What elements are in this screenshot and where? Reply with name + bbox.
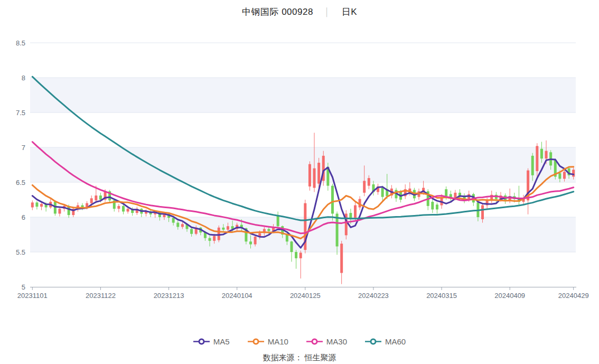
candle-body-down	[295, 252, 297, 258]
candle-body-up	[308, 164, 311, 186]
candle-body-down	[209, 238, 211, 241]
candle-body-up	[313, 169, 316, 188]
ma10-legend-marker	[248, 338, 264, 346]
candle-body-down	[172, 218, 175, 222]
candle-body-up	[340, 244, 343, 273]
candle-body-up	[563, 172, 566, 179]
x-axis-label: 20240223	[358, 292, 389, 300]
y-axis-label: 6.5	[16, 179, 25, 186]
kline-app: 中钢国际 000928│日K 8.587.576.565.55202311012…	[0, 0, 599, 364]
candle-body-down	[122, 206, 125, 212]
candle-body-down	[190, 229, 193, 234]
candle-body-up	[227, 226, 229, 230]
candle-body-down	[54, 202, 57, 213]
candle-body-down	[222, 228, 224, 230]
x-axis-label: 20240429	[558, 292, 589, 300]
y-axis-label: 6	[22, 213, 25, 221]
y-axis-label: 7	[22, 144, 25, 152]
legend-label: MA60	[385, 337, 406, 346]
y-axis-label: 7.5	[16, 109, 25, 117]
candle-body-down	[331, 186, 334, 214]
candle-body-up	[368, 178, 370, 186]
legend-item-ma5[interactable]: MA5	[193, 337, 230, 346]
candle-body-up	[181, 224, 184, 227]
x-axis-label: 20231101	[17, 292, 48, 300]
legend: MA5MA10MA30MA60	[0, 337, 599, 346]
candle-body-up	[536, 146, 538, 171]
ma5-legend-marker	[193, 338, 210, 346]
candle-body-up	[58, 209, 61, 213]
candle-body-down	[436, 204, 438, 209]
x-axis-label: 20240125	[290, 292, 321, 300]
candle-body-up	[454, 193, 456, 198]
candle-body-down	[35, 202, 38, 207]
x-axis-label: 20240104	[222, 292, 252, 300]
legend-label: MA10	[268, 337, 288, 346]
x-axis-label: 20240409	[494, 292, 525, 300]
ma30-legend-marker	[306, 338, 323, 346]
candle-body-down	[249, 241, 252, 244]
candle-body-up	[481, 206, 484, 219]
candle-body-down	[531, 156, 534, 175]
candle-body-up	[572, 170, 575, 176]
data-source: 数据来源： 恒生聚源	[0, 353, 599, 363]
legend-item-ma30[interactable]: MA30	[306, 337, 347, 346]
candle-body-up	[40, 204, 43, 207]
y-axis-label: 8.5	[16, 39, 25, 47]
candle-body-down	[267, 229, 270, 231]
candle-body-down	[431, 202, 434, 210]
candle-body-up	[300, 253, 302, 258]
ma60-legend-marker	[365, 338, 381, 346]
candle-body-up	[90, 198, 93, 203]
y-axis-label: 5.5	[16, 248, 25, 256]
x-axis-label: 20231122	[86, 292, 116, 300]
candle-body-up	[127, 209, 129, 211]
candle-body-down	[286, 235, 288, 241]
candle-body-up	[254, 237, 257, 245]
candle-body-up	[545, 151, 548, 159]
candle-body-up	[317, 163, 320, 184]
candle-body-up	[31, 202, 34, 207]
candle-body-up	[95, 195, 97, 200]
candle-body-down	[540, 149, 543, 158]
candle-body-down	[558, 173, 561, 179]
candle-body-down	[176, 223, 179, 227]
y-axis-label: 8	[22, 74, 25, 82]
candle-body-down	[290, 241, 293, 252]
legend-item-ma10[interactable]: MA10	[248, 337, 288, 346]
kline-chart: 8.587.576.565.55202311012023112220231213…	[0, 0, 599, 317]
candle-body-up	[354, 206, 357, 218]
y-axis-label: 5	[22, 283, 25, 291]
candle-body-down	[381, 188, 384, 197]
candle-body-up	[218, 228, 220, 240]
legend-label: MA5	[213, 337, 230, 346]
candle-body-up	[213, 236, 216, 241]
candle-body-up	[363, 181, 366, 192]
candle-body-down	[445, 189, 447, 196]
candle-body-up	[117, 206, 120, 209]
candle-body-down	[99, 195, 102, 200]
x-axis-label: 20240315	[426, 292, 457, 300]
candle-body-down	[277, 216, 279, 226]
x-axis-label: 20231213	[154, 292, 184, 300]
legend-item-ma60[interactable]: MA60	[365, 337, 406, 346]
legend-label: MA30	[326, 337, 347, 346]
